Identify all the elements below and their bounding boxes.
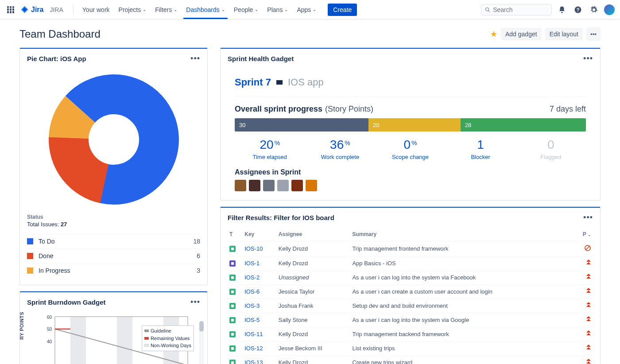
svg-line-1 <box>488 10 490 12</box>
help-button[interactable]: ? <box>572 4 584 15</box>
nav-item-projects[interactable]: Projects⌄ <box>114 0 151 19</box>
nav-item-your-work[interactable]: Your work <box>78 0 114 19</box>
col-priority[interactable]: P ⌄ <box>574 228 593 241</box>
star-button[interactable]: ★ <box>490 29 497 39</box>
issue-summary: As a user i can log into the system via … <box>350 313 574 327</box>
issue-key[interactable]: IOS-10 <box>243 241 277 256</box>
issue-key[interactable]: IOS-2 <box>243 271 277 285</box>
legend-row[interactable]: To Do18 <box>27 234 200 248</box>
gadget-title: Filter Results: Filter for IOS board <box>228 214 334 221</box>
settings-button[interactable] <box>588 4 600 15</box>
status-label: Status <box>27 214 200 220</box>
legend-row[interactable]: Done6 <box>27 248 200 263</box>
scrollbar[interactable] <box>199 321 204 364</box>
nav-item-apps[interactable]: Apps⌄ <box>292 0 321 19</box>
table-row[interactable]: IOS-13 Kelly Drozd Create new trips wiza… <box>228 356 593 364</box>
issue-priority <box>574 271 593 285</box>
table-row[interactable]: IOS-6 Jessica Taylor As a user i can cre… <box>228 285 593 299</box>
story-icon <box>229 331 236 337</box>
progress-segment: 28 <box>461 118 586 132</box>
chevron-down-icon: ⌄ <box>174 7 177 12</box>
legend-label: In Progress <box>39 267 70 274</box>
chevron-down-icon: ⌄ <box>143 7 146 12</box>
more-actions-button[interactable]: ••• <box>586 27 601 41</box>
legend-value: 6 <box>197 252 200 259</box>
col-assignee[interactable]: Assignee <box>277 228 351 241</box>
edit-layout-button[interactable]: Edit layout <box>545 28 583 40</box>
table-row[interactable]: IOS-2 Unassigned As a user i can log int… <box>228 271 593 285</box>
create-button[interactable]: Create <box>328 4 357 16</box>
issue-key[interactable]: IOS-12 <box>243 341 277 356</box>
story-icon <box>229 303 236 309</box>
gadget-more-button[interactable]: ••• <box>583 54 593 63</box>
table-row[interactable]: IOS-3 Joshua Frank Setup dev and and bui… <box>228 299 593 313</box>
chevron-down-icon: ⌄ <box>255 7 258 12</box>
story-icon <box>229 246 236 252</box>
progress-segment: 30 <box>235 118 368 132</box>
svg-point-0 <box>486 8 489 11</box>
gadget-more-button[interactable]: ••• <box>583 213 593 222</box>
highest-priority-icon <box>586 274 591 280</box>
svg-rect-21 <box>231 290 234 293</box>
col-key[interactable]: Key <box>243 228 277 241</box>
nav-item-dashboards[interactable]: Dashboards⌄ <box>182 0 229 19</box>
svg-text:60: 60 <box>47 315 52 320</box>
highest-priority-icon <box>586 316 591 322</box>
issue-priority <box>574 341 593 356</box>
legend-value: 3 <box>197 267 200 274</box>
profile-avatar[interactable] <box>604 4 615 15</box>
gadget-more-button[interactable]: ••• <box>190 54 200 63</box>
search-input[interactable] <box>493 6 548 13</box>
col-summary[interactable]: Summary <box>350 228 574 241</box>
svg-rect-25 <box>231 347 234 350</box>
metric-flagged: 0Flagged <box>515 138 586 160</box>
legend-value: 18 <box>193 238 200 245</box>
issue-key[interactable]: IOS-13 <box>243 356 277 364</box>
svg-rect-22 <box>231 305 234 307</box>
issue-key[interactable]: IOS-5 <box>243 313 277 327</box>
progress-title: Overall sprint progress <box>235 105 322 114</box>
search-box[interactable] <box>481 4 552 15</box>
assignee-avatar[interactable] <box>306 180 317 191</box>
issue-key[interactable]: IOS-11 <box>243 327 277 341</box>
table-row[interactable]: IOS-1 Kelly Drozd App Basics - iOS <box>228 256 593 271</box>
issue-summary: Create new trips wizard <box>350 356 574 364</box>
legend-row[interactable]: In Progress3 <box>27 263 200 278</box>
assignee-avatar[interactable] <box>277 180 289 191</box>
blocked-icon <box>584 244 591 252</box>
assignee-avatar[interactable] <box>249 180 260 191</box>
gadget-title: Sprint Health Gadget <box>228 55 294 62</box>
nav-item-filters[interactable]: Filters⌄ <box>151 0 182 19</box>
add-gadget-button[interactable]: Add gadget <box>501 28 542 40</box>
assignee-avatar[interactable] <box>291 180 303 191</box>
table-row[interactable]: IOS-10 Kelly Drozd Trip management front… <box>228 241 593 256</box>
assignee-avatar[interactable] <box>263 180 275 191</box>
donut-chart: 1 <box>47 73 180 206</box>
issue-summary: Trip management frontend framework <box>350 241 574 256</box>
story-icon <box>229 289 236 295</box>
issue-summary: As a user i can log into the system via … <box>350 271 574 285</box>
nav-item-people[interactable]: People⌄ <box>229 0 263 19</box>
gadget-title: Sprint Burndown Gadget <box>27 298 106 306</box>
table-row[interactable]: IOS-11 Kelly Drozd Trip management backe… <box>228 327 593 341</box>
notifications-button[interactable] <box>556 4 568 15</box>
chevron-down-icon: ⌄ <box>284 7 288 12</box>
col-type[interactable]: T <box>228 228 243 241</box>
issue-key[interactable]: IOS-1 <box>243 256 277 271</box>
svg-rect-26 <box>231 361 234 364</box>
table-row[interactable]: IOS-5 Sally Stone As a user i can log in… <box>228 313 593 327</box>
table-row[interactable]: IOS-12 Jesse Beckom III List existing tr… <box>228 341 593 356</box>
svg-rect-19 <box>231 262 234 265</box>
issue-priority <box>574 327 593 341</box>
highest-priority-icon <box>586 288 591 294</box>
issue-key[interactable]: IOS-6 <box>243 285 277 299</box>
nav-item-plans[interactable]: Plans⌄ <box>263 0 292 19</box>
assignee-avatar[interactable] <box>235 180 246 191</box>
story-icon <box>229 317 236 323</box>
svg-text:50: 50 <box>47 327 52 332</box>
progress-unit: (Story Points) <box>325 105 373 114</box>
jira-logo[interactable]: Jira <box>20 5 43 14</box>
app-switcher[interactable] <box>5 4 16 15</box>
issue-key[interactable]: IOS-3 <box>243 299 277 313</box>
gadget-more-button[interactable]: ••• <box>190 298 200 307</box>
